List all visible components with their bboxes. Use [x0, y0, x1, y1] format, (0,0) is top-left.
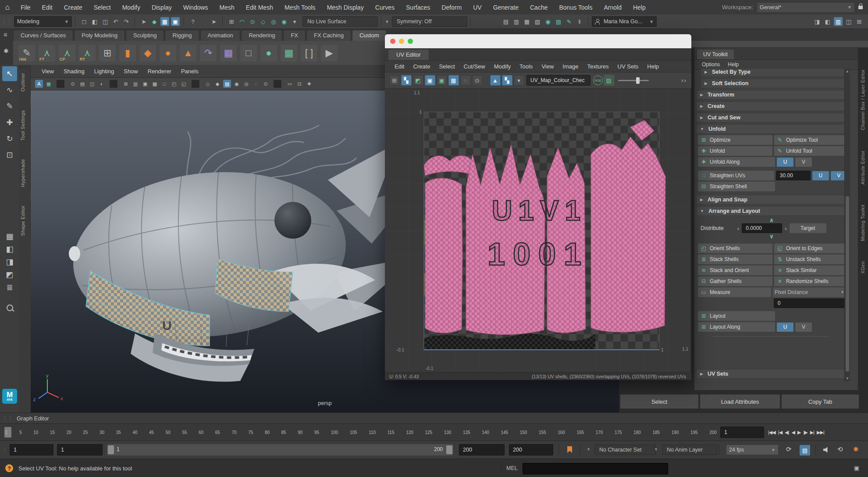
grip-handle[interactable]: ⋮⋮ [2, 415, 13, 422]
select-button[interactable]: Select [620, 394, 699, 409]
move-tool-icon[interactable]: ✚ [2, 115, 17, 130]
texture-exposure-slider[interactable] [618, 80, 649, 81]
timeline-tick[interactable]: 185 [652, 430, 660, 435]
cube-primitive-icon[interactable]: ◆ [139, 45, 156, 61]
menu-item[interactable]: Mesh Tools [279, 4, 321, 11]
rgb-channels-button[interactable]: RGB [593, 75, 603, 85]
lighting-icon[interactable]: ◉ [233, 80, 241, 88]
timeline-tick[interactable]: 145 [501, 430, 508, 435]
measure-value-field[interactable]: 0 [774, 298, 847, 308]
select-tool-icon[interactable]: ↖ [2, 66, 17, 81]
toolkit-button[interactable]: ✎Unfold Tool [774, 146, 847, 156]
select-component-icon[interactable]: ▦ [160, 17, 169, 26]
grid-display-icon[interactable]: ⊞ [122, 80, 130, 88]
range-start-handle[interactable] [108, 445, 114, 454]
layout-single-icon[interactable]: ◧ [2, 244, 17, 255]
play-forwards-button[interactable]: ▶ [797, 430, 800, 435]
uv-editor-menu-item[interactable]: UV Sets [613, 63, 643, 70]
uv-editor-menu-item[interactable]: Edit [390, 63, 409, 70]
uv-image-dim-icon[interactable]: ▣ [437, 75, 447, 86]
straighten-angle-field[interactable]: 30.00 [776, 171, 811, 180]
workspace-selector[interactable]: General*▼ [757, 2, 855, 13]
playblast-options-icon[interactable]: ▤ [800, 445, 810, 455]
timeline-tick[interactable]: 25 [83, 430, 88, 435]
menu-item[interactable]: Arnold [598, 4, 627, 11]
render-settings-icon[interactable]: ▧ [533, 17, 542, 26]
shelf-tab[interactable]: Rendering [241, 30, 282, 41]
safe-action-icon[interactable]: ◰ [170, 80, 178, 88]
occlusion-icon[interactable]: ◌ [252, 80, 260, 88]
unfold-along-u-toggle[interactable]: U [777, 158, 793, 167]
uv-grid-icon[interactable]: ⊞ [389, 75, 400, 86]
timeline-tick[interactable]: 65 [215, 430, 220, 435]
toolkit-scrollbar[interactable]: ▲ ▼ [844, 69, 850, 381]
uv-editor-shortcut-icon[interactable]: ▦ [2, 231, 17, 242]
menu-item[interactable]: Deform [436, 4, 467, 11]
toolkit-button[interactable]: ⇅Unstack Shells [774, 255, 847, 264]
range-end-handle[interactable] [446, 445, 452, 454]
bookmark-icon[interactable] [567, 446, 572, 453]
highlight-mode-icon[interactable]: ▣ [171, 17, 180, 26]
measure-button[interactable]: ▭Measure [698, 287, 771, 297]
playblast-icon[interactable]: ▶ [321, 45, 338, 61]
step-forward-frame-button[interactable]: ▶| [810, 430, 814, 435]
timeline-tick[interactable]: 175 [615, 430, 622, 435]
timeline-tick[interactable]: 140 [482, 430, 489, 435]
uv-canvas[interactable]: U1V1 1001 1.1 1 -0.1 -0.1 1 1.1 [385, 89, 690, 372]
menu-set-selector[interactable]: Modeling▼ [14, 16, 72, 27]
snap-point-icon[interactable]: ⊙ [248, 17, 257, 26]
render-sequence-icon[interactable]: ▨ [554, 17, 563, 26]
timeline-tick[interactable]: 150 [520, 430, 527, 435]
left-panel-tab[interactable]: Hypershade [19, 154, 31, 191]
toolkit-section-header[interactable]: ▶Transform [696, 90, 847, 100]
shadows-icon[interactable]: ◎ [242, 80, 250, 88]
menu-item[interactable]: Mesh [214, 4, 240, 11]
menu-item[interactable]: Surfaces [400, 4, 436, 11]
timeline-tick[interactable]: 100 [331, 430, 338, 435]
play-backwards-button[interactable]: ◀ [791, 430, 794, 435]
toolkit-button[interactable]: ⊟Gather Shells [698, 276, 772, 286]
timeline-tick[interactable]: 1 [5, 430, 8, 435]
load-attributes-button[interactable]: Load Attributes [700, 394, 780, 409]
timeline-tick[interactable]: 115 [388, 430, 395, 435]
timeline-tick[interactable]: 135 [463, 430, 470, 435]
anim-layer-field[interactable]: No Anim Layer [662, 445, 717, 455]
toolkit-button[interactable]: ✚Unfold [698, 146, 772, 156]
toolkit-button[interactable]: ≡Stack Similar [774, 265, 847, 275]
layout-quad-icon[interactable]: ◩ [2, 269, 17, 280]
distribute-left-arrow[interactable]: ‹ [737, 225, 739, 232]
layout-along-button[interactable]: ⊞Layout Along [698, 322, 775, 332]
uv-toolkit-menu-item[interactable]: Options [698, 61, 724, 68]
live-surface-field[interactable]: No Live Surface [302, 16, 378, 27]
toolbar-overflow-icon[interactable]: ›› [681, 77, 687, 84]
timeline-tick[interactable]: 130 [444, 430, 452, 435]
current-frame-render-icon[interactable]: ▥ [512, 17, 521, 26]
uv-pixel-snap-icon[interactable]: ▦ [448, 75, 459, 86]
plane-primitive-icon[interactable]: ⊞ [99, 45, 116, 61]
make-live-icon[interactable]: ◉ [280, 17, 288, 26]
uv-editor-menu-item[interactable]: Image [558, 63, 583, 70]
timeline-tick[interactable]: 70 [232, 430, 237, 435]
playback-end-field[interactable]: 200 [459, 444, 505, 455]
help-mode-icon[interactable]: ? [189, 17, 197, 26]
distribute-up-arrow[interactable]: ∧ [769, 217, 774, 223]
toolkit-button[interactable]: ◱Orient to Edges [774, 244, 847, 253]
measure-mode-dropdown[interactable]: Pixel Distance▼ [773, 287, 847, 297]
lattice-icon[interactable]: ▦ [220, 45, 237, 61]
paint-select-tool-icon[interactable]: ✎ [2, 99, 17, 114]
unfold-along-button[interactable]: ✚Unfold Along [698, 157, 775, 167]
timeline-tick[interactable]: 80 [265, 430, 270, 435]
timeline-tick[interactable]: 50 [166, 430, 171, 435]
timeline-tick[interactable]: 15 [50, 430, 55, 435]
uv-grid-shelf-icon[interactable]: ▦ [281, 45, 297, 61]
xray-icon[interactable]: ⊡ [295, 80, 303, 88]
timeline-tick[interactable]: 10 [33, 430, 38, 435]
right-dock-tab[interactable]: Attribute Editor [859, 146, 868, 189]
shelf-tab[interactable]: FX [283, 30, 306, 41]
maximize-window-icon[interactable] [408, 39, 413, 44]
field-chart-icon[interactable]: □ [160, 80, 168, 88]
arnold-sphere-icon[interactable]: ● [260, 45, 277, 61]
timeline-tick[interactable]: 155 [539, 430, 546, 435]
timeline-tick[interactable]: 75 [248, 430, 253, 435]
select-hierarchy-icon[interactable]: ➤ [139, 17, 148, 26]
